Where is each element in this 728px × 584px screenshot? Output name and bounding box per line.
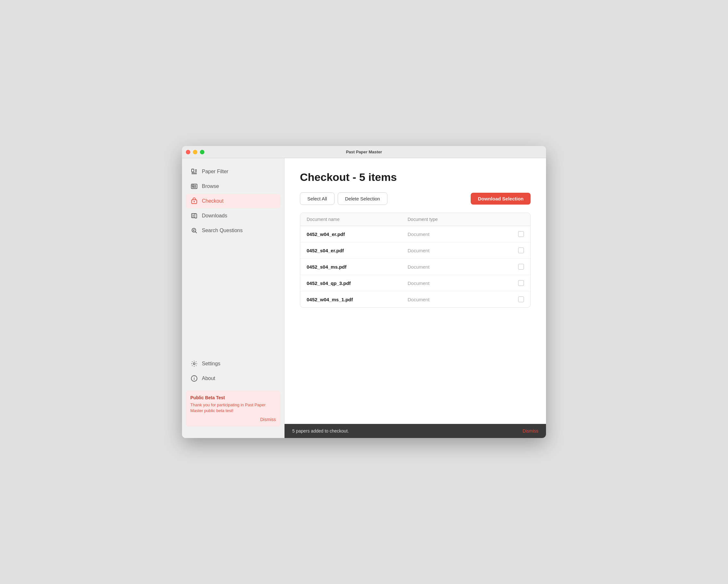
minimize-button[interactable] [193,150,198,154]
sidebar-item-browse[interactable]: Browse [186,179,280,193]
checkout-icon [190,197,198,205]
doc-type: Document [408,248,509,253]
row-checkbox[interactable] [518,297,524,302]
doc-name: 0452_s04_er.pdf [307,248,408,253]
titlebar: Past Paper Master [182,146,546,158]
sidebar: Paper Filter Browse [182,158,285,438]
status-dismiss-button[interactable]: Dismiss [523,428,538,434]
sidebar-item-paper-filter[interactable]: Paper Filter [186,165,280,179]
about-icon [190,374,198,382]
doc-name: 0452_w04_er.pdf [307,231,408,237]
downloads-icon [190,212,198,220]
svg-rect-7 [192,185,194,187]
table-row[interactable]: 0452_s04_ms.pdf Document [300,259,530,275]
delete-selection-button[interactable]: Delete Selection [338,192,387,205]
table-row[interactable]: 0452_w04_ms_1.pdf Document [300,291,530,307]
row-checkbox[interactable] [518,264,524,270]
settings-icon [190,360,198,367]
sidebar-item-search-questions[interactable]: Search Questions [186,223,280,238]
table-row[interactable]: 0452_s04_er.pdf Document [300,242,530,259]
search-questions-icon [190,227,198,234]
sidebar-item-search-questions-label: Search Questions [202,228,242,233]
doc-type: Document [408,264,509,270]
app-body: Paper Filter Browse [182,158,546,438]
row-checkbox[interactable] [518,231,524,237]
doc-type: Document [408,280,509,286]
select-all-button[interactable]: Select All [300,192,335,205]
sidebar-nav: Paper Filter Browse [182,165,284,257]
sidebar-item-checkout[interactable]: Checkout [186,194,280,208]
status-message: 5 papers added to checkout. [292,428,349,434]
table-row[interactable]: 0452_w04_er.pdf Document [300,226,530,242]
doc-type: Document [408,297,509,302]
row-checkbox[interactable] [518,280,524,286]
page-title: Checkout - 5 items [300,171,530,184]
maximize-button[interactable] [200,150,204,154]
beta-card: Public Beta Test Thank you for participa… [186,391,280,426]
col-header-name: Document name [307,217,408,222]
sidebar-item-downloads-label: Downloads [202,213,227,219]
documents-table: Document name Document type 0452_w04_er.… [300,213,530,308]
sidebar-item-about[interactable]: About [186,371,280,386]
app-window: Past Paper Master [182,146,546,438]
table-row[interactable]: 0452_s04_qp_3.pdf Document [300,275,530,291]
doc-name: 0452_s04_qp_3.pdf [307,280,408,286]
browse-icon [190,183,198,190]
toolbar: Select All Delete Selection Download Sel… [300,192,530,205]
col-header-type: Document type [408,217,509,222]
download-selection-button[interactable]: Download Selection [471,193,530,204]
sidebar-item-settings-label: Settings [202,361,220,367]
svg-point-25 [194,377,194,377]
svg-rect-0 [191,169,194,172]
sidebar-item-downloads[interactable]: Downloads [186,209,280,223]
beta-dismiss-button[interactable]: Dismiss [190,417,276,422]
sidebar-item-about-label: About [202,376,215,381]
svg-point-18 [192,228,196,232]
beta-card-body: Thank you for participating in Past Pape… [190,402,276,414]
main-content: Checkout - 5 items Select All Delete Sel… [285,158,546,438]
sidebar-item-browse-label: Browse [202,184,219,189]
doc-name: 0452_w04_ms_1.pdf [307,297,408,302]
beta-card-title: Public Beta Test [190,395,276,400]
svg-point-22 [193,363,195,365]
doc-name: 0452_s04_ms.pdf [307,264,408,270]
sidebar-item-settings[interactable]: Settings [186,357,280,371]
doc-type: Document [408,231,509,237]
window-title: Past Paper Master [346,149,382,154]
sidebar-item-paper-filter-label: Paper Filter [202,169,229,174]
main-inner: Checkout - 5 items Select All Delete Sel… [285,158,546,424]
table-header: Document name Document type [300,213,530,226]
paper-filter-icon [190,168,198,175]
sidebar-item-checkout-label: Checkout [202,198,224,204]
status-bar: 5 papers added to checkout. Dismiss [285,424,546,438]
sidebar-bottom: Settings About [182,357,284,386]
row-checkbox[interactable] [518,248,524,253]
col-header-checkbox [509,217,524,222]
traffic-lights [186,150,204,154]
svg-line-19 [196,232,197,233]
close-button[interactable] [186,150,190,154]
